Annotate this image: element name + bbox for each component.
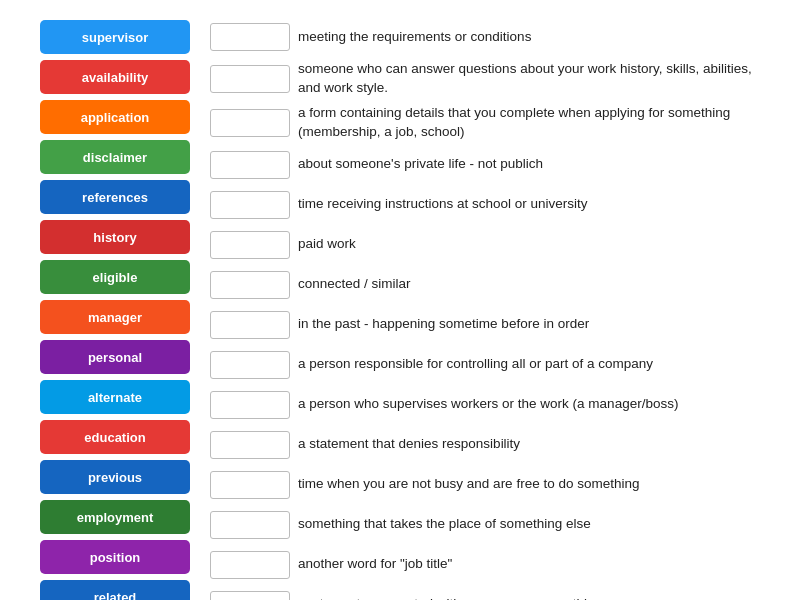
terms-column: supervisoravailabilityapplicationdisclai… xyxy=(40,20,200,600)
answer-input-5[interactable] xyxy=(210,231,290,259)
term-btn-related[interactable]: related xyxy=(40,580,190,600)
definition-row-14: past events connected with someone or so… xyxy=(210,588,760,600)
term-btn-education[interactable]: education xyxy=(40,420,190,454)
definition-row-11: time when you are not busy and are free … xyxy=(210,468,760,502)
definition-text-14: past events connected with someone or so… xyxy=(298,595,602,600)
definition-row-10: a statement that denies responsibility xyxy=(210,428,760,462)
definition-text-12: something that takes the place of someth… xyxy=(298,515,591,534)
answer-input-7[interactable] xyxy=(210,311,290,339)
term-btn-manager[interactable]: manager xyxy=(40,300,190,334)
answer-input-11[interactable] xyxy=(210,471,290,499)
definition-row-13: another word for "job title" xyxy=(210,548,760,582)
definition-row-9: a person who supervises workers or the w… xyxy=(210,388,760,422)
definition-row-6: connected / similar xyxy=(210,268,760,302)
definition-row-5: paid work xyxy=(210,228,760,262)
answer-input-12[interactable] xyxy=(210,511,290,539)
answer-input-10[interactable] xyxy=(210,431,290,459)
definition-text-3: about someone's private life - not publi… xyxy=(298,155,543,174)
main-container: supervisoravailabilityapplicationdisclai… xyxy=(0,0,800,600)
definition-row-12: something that takes the place of someth… xyxy=(210,508,760,542)
definition-text-4: time receiving instructions at school or… xyxy=(298,195,588,214)
term-btn-previous[interactable]: previous xyxy=(40,460,190,494)
definition-text-0: meeting the requirements or conditions xyxy=(298,28,531,47)
definition-row-1: someone who can answer questions about y… xyxy=(210,60,760,98)
term-btn-supervisor[interactable]: supervisor xyxy=(40,20,190,54)
term-btn-disclaimer[interactable]: disclaimer xyxy=(40,140,190,174)
definition-row-4: time receiving instructions at school or… xyxy=(210,188,760,222)
term-btn-history[interactable]: history xyxy=(40,220,190,254)
definition-text-2: a form containing details that you compl… xyxy=(298,104,760,142)
answer-input-1[interactable] xyxy=(210,65,290,93)
definition-text-13: another word for "job title" xyxy=(298,555,452,574)
answer-input-0[interactable] xyxy=(210,23,290,51)
term-btn-alternate[interactable]: alternate xyxy=(40,380,190,414)
term-btn-eligible[interactable]: eligible xyxy=(40,260,190,294)
term-btn-employment[interactable]: employment xyxy=(40,500,190,534)
definition-text-5: paid work xyxy=(298,235,356,254)
answer-input-8[interactable] xyxy=(210,351,290,379)
definition-row-8: a person responsible for controlling all… xyxy=(210,348,760,382)
term-btn-availability[interactable]: availability xyxy=(40,60,190,94)
definition-text-10: a statement that denies responsibility xyxy=(298,435,520,454)
definition-row-2: a form containing details that you compl… xyxy=(210,104,760,142)
answer-input-2[interactable] xyxy=(210,109,290,137)
term-btn-application[interactable]: application xyxy=(40,100,190,134)
answer-input-4[interactable] xyxy=(210,191,290,219)
definition-row-7: in the past - happening sometime before … xyxy=(210,308,760,342)
answer-input-14[interactable] xyxy=(210,591,290,600)
term-btn-references[interactable]: references xyxy=(40,180,190,214)
definitions-column: meeting the requirements or conditionsso… xyxy=(200,20,760,600)
definition-row-3: about someone's private life - not publi… xyxy=(210,148,760,182)
answer-input-3[interactable] xyxy=(210,151,290,179)
definition-text-9: a person who supervises workers or the w… xyxy=(298,395,678,414)
definition-text-6: connected / similar xyxy=(298,275,411,294)
definition-text-11: time when you are not busy and are free … xyxy=(298,475,639,494)
answer-input-9[interactable] xyxy=(210,391,290,419)
answer-input-6[interactable] xyxy=(210,271,290,299)
definition-row-0: meeting the requirements or conditions xyxy=(210,20,760,54)
definition-text-8: a person responsible for controlling all… xyxy=(298,355,653,374)
definition-text-1: someone who can answer questions about y… xyxy=(298,60,760,98)
term-btn-personal[interactable]: personal xyxy=(40,340,190,374)
term-btn-position[interactable]: position xyxy=(40,540,190,574)
answer-input-13[interactable] xyxy=(210,551,290,579)
definition-text-7: in the past - happening sometime before … xyxy=(298,315,589,334)
